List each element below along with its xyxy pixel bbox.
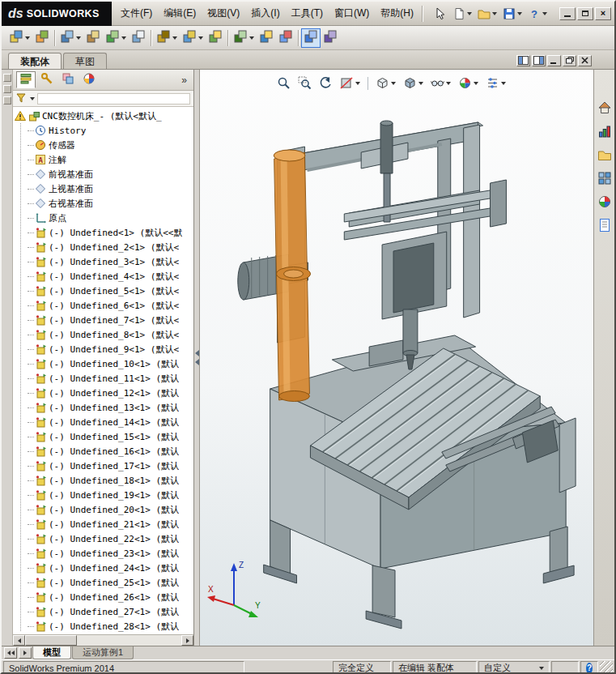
panel-overflow-chevron[interactable]: » (178, 75, 190, 86)
configurationmanager-tab[interactable] (58, 71, 78, 88)
menu-item-4[interactable]: 工具(T) (286, 3, 329, 23)
document-tab-0[interactable]: 模型 (32, 646, 71, 659)
tree-item[interactable]: 传感器 (13, 138, 193, 152)
move-component-button[interactable] (103, 28, 129, 48)
filter-bar[interactable] (13, 91, 193, 107)
tree-item[interactable]: (-) Undefined_11<1> (默认 (13, 371, 193, 386)
exploded-view-button[interactable] (257, 28, 276, 48)
save-document-button[interactable] (500, 4, 525, 23)
tree-item[interactable]: (-) Undefined<1> (默认<<默 (13, 225, 193, 240)
minimize-button[interactable] (559, 7, 576, 20)
custom-properties-tab[interactable] (596, 216, 614, 234)
menu-item-6[interactable]: 帮助(H) (375, 3, 419, 23)
tree-item[interactable]: (-) Undefined_18<1> (默认 (13, 473, 193, 488)
featuremanager-tab[interactable] (16, 71, 36, 88)
rail-display-icon[interactable] (3, 85, 11, 93)
pointer-tool-button[interactable] (430, 4, 449, 23)
menu-item-2[interactable]: 视图(V) (202, 3, 245, 23)
menu-item-0[interactable]: 文件(F) (115, 3, 158, 23)
doc-minimize-button[interactable] (547, 55, 561, 66)
status-help-button[interactable]: ? (580, 661, 598, 674)
file-explorer-tab[interactable] (596, 146, 614, 164)
mate-button[interactable] (32, 28, 52, 48)
design-library-tab[interactable] (596, 122, 614, 140)
show-hidden-components-button[interactable] (129, 28, 148, 48)
command-tab-0[interactable]: 装配体 (8, 53, 62, 69)
tree-item[interactable]: (-) Undefined_19<1> (默认 (13, 488, 193, 502)
document-tab-1[interactable]: 运动算例1 (72, 646, 134, 659)
tree-item[interactable]: (-) Undefined_26<1> (默认 (13, 590, 193, 604)
view-settings-button[interactable] (483, 75, 508, 92)
smart-fasteners-button[interactable] (83, 28, 103, 48)
tree-item[interactable]: (-) Undefined_7<1> (默认< (13, 313, 193, 327)
resources-tab[interactable] (596, 99, 614, 117)
appearances-tab[interactable] (596, 193, 614, 211)
menu-item-3[interactable]: 插入(I) (245, 3, 285, 23)
tree-item[interactable]: 上视基准面 (13, 181, 193, 196)
tree-item[interactable]: (-) Undefined_14<1> (默认 (13, 415, 193, 429)
tab-scroll-left-button[interactable] (4, 647, 17, 659)
tree-item[interactable]: (-) Undefined_13<1> (默认 (13, 400, 193, 415)
tree-root-item[interactable]: CNC数控机床_- (默认<默认_ (13, 109, 193, 123)
tree-item[interactable]: 右视基准面 (13, 196, 193, 211)
tree-item[interactable]: (-) Undefined_3<1> (默认< (13, 254, 193, 269)
tree-item[interactable]: A注解 (13, 152, 193, 167)
pane-left-button[interactable] (516, 55, 530, 66)
previous-view-button[interactable] (316, 75, 335, 92)
zoom-to-fit-button[interactable] (274, 75, 293, 92)
restore-button[interactable] (577, 7, 593, 20)
tree-item[interactable]: (-) Undefined_21<1> (默认 (13, 517, 193, 531)
tree-item[interactable]: (-) Undefined_15<1> (默认 (13, 429, 193, 444)
tree-item[interactable]: (-) Undefined_27<1> (默认 (13, 604, 193, 619)
command-tab-1[interactable]: 草图 (63, 53, 107, 69)
help-button[interactable]: ? (525, 4, 550, 23)
scroll-track[interactable] (25, 635, 181, 646)
linear-component-pattern-button[interactable] (57, 28, 83, 48)
tree-item[interactable]: (-) Undefined_17<1> (默认 (13, 459, 193, 473)
tree-item[interactable]: (-) Undefined_2<1> (默认< (13, 240, 193, 254)
bill-of-materials-button[interactable] (231, 28, 257, 48)
scroll-left-button[interactable] (13, 635, 25, 646)
tree-item[interactable]: (-) Undefined_9<1> (默认< (13, 342, 193, 356)
tree-item[interactable]: 原点 (13, 211, 193, 225)
insert-components-button[interactable] (6, 28, 32, 48)
resize-grip[interactable] (600, 661, 613, 674)
graphics-viewport[interactable]: Z X Y (200, 70, 593, 646)
tree-item[interactable]: (-) Undefined_12<1> (默认 (13, 386, 193, 400)
tab-scroll-right-button[interactable] (19, 647, 32, 659)
scroll-right-button[interactable] (181, 635, 193, 646)
filter-input[interactable] (37, 93, 190, 105)
assembly-features-button[interactable] (154, 28, 180, 48)
tree-item[interactable]: (-) Undefined_23<1> (默认 (13, 546, 193, 561)
status-custom-dropdown[interactable]: 自定义 (478, 661, 550, 674)
propertymanager-tab[interactable] (37, 71, 57, 88)
tree-item[interactable]: (-) Undefined_6<1> (默认< (13, 298, 193, 313)
rail-pane-icon[interactable] (3, 74, 11, 82)
panel-horizontal-scrollbar[interactable] (13, 634, 193, 646)
view-palette-tab[interactable] (596, 169, 614, 187)
new-motion-study-button[interactable] (206, 28, 225, 48)
display-style-button[interactable] (401, 75, 426, 92)
tree-item[interactable]: (-) Undefined_8<1> (默认< (13, 327, 193, 342)
tree-item[interactable]: (-) Undefined_25<1> (默认 (13, 575, 193, 590)
displaymanager-tab[interactable] (79, 71, 99, 88)
tree-item[interactable]: (-) Undefined_16<1> (默认 (13, 444, 193, 459)
reference-geometry-button[interactable] (180, 28, 206, 48)
menu-item-5[interactable]: 窗口(W) (329, 3, 375, 23)
pane-right-button[interactable] (532, 55, 546, 66)
panel-splitter[interactable] (194, 70, 200, 646)
new-document-button[interactable] (450, 4, 474, 23)
tree-item[interactable]: (-) Undefined_29<1> (默认 (13, 633, 193, 634)
doc-close-button[interactable] (578, 55, 592, 66)
tree-item[interactable]: (-) Undefined_10<1> (默认 (13, 356, 193, 371)
open-document-button[interactable] (475, 4, 499, 23)
tree-item[interactable]: (-) Undefined_24<1> (默认 (13, 561, 193, 575)
doc-restore-button[interactable] (563, 55, 576, 66)
menu-item-1[interactable]: 编辑(E) (158, 3, 202, 23)
hide-show-items-button[interactable] (428, 75, 453, 92)
zoom-to-area-button[interactable] (295, 75, 314, 92)
tree-item[interactable]: (-) Undefined_5<1> (默认< (13, 284, 193, 298)
mass-properties-button[interactable] (321, 28, 340, 48)
tree-item[interactable]: (-) Undefined_4<1> (默认< (13, 269, 193, 284)
scroll-thumb[interactable] (25, 635, 77, 646)
